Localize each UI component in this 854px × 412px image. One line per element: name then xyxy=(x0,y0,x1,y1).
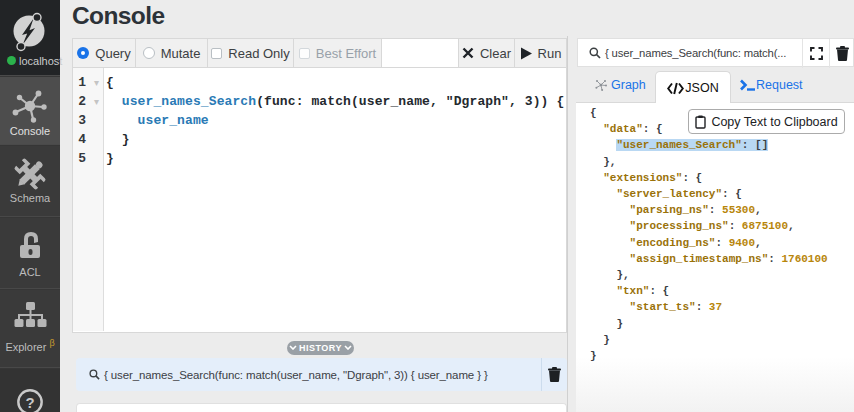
svg-text:?: ? xyxy=(25,394,34,411)
